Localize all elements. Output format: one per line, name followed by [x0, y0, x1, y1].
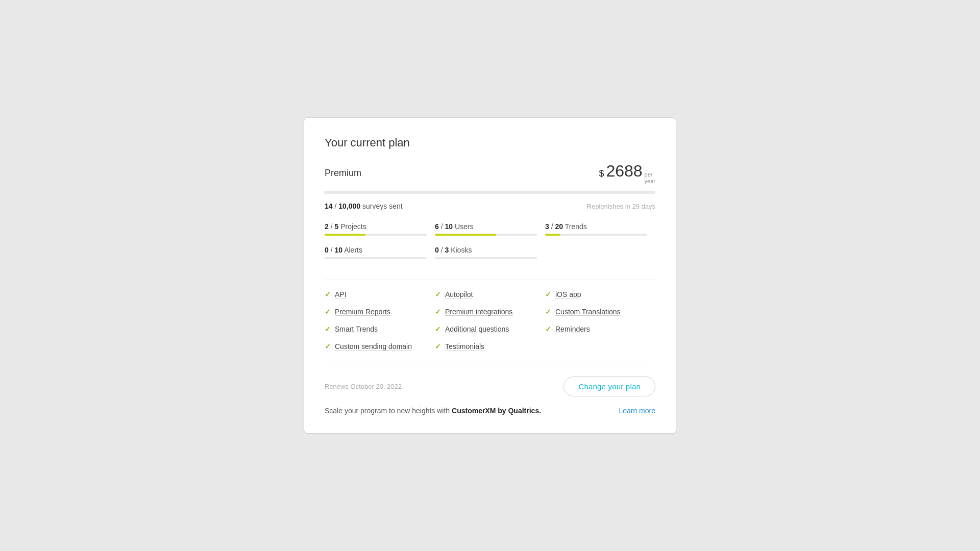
- feature-custom-translations: ✓ Custom Translations: [545, 308, 655, 316]
- feature-reminders: ✓ Reminders: [545, 325, 655, 333]
- price-amount: 2688: [606, 162, 642, 181]
- upsell-row: Scale your program to new heights with C…: [325, 407, 655, 415]
- feature-label-premium-integrations[interactable]: Premium integrations: [445, 308, 512, 316]
- surveys-label: surveys sent: [362, 202, 403, 210]
- check-icon: ✓: [435, 308, 441, 316]
- plan-name: Premium: [325, 168, 361, 179]
- check-icon: ✓: [435, 325, 441, 333]
- surveys-text: 14 / 10,000 surveys sent: [325, 202, 403, 210]
- check-icon: ✓: [325, 308, 331, 316]
- feature-label-ios-app[interactable]: iOS app: [555, 290, 581, 298]
- price-symbol: $: [599, 168, 604, 179]
- feature-label-smart-trends[interactable]: Smart Trends: [335, 325, 378, 333]
- stat-empty: [545, 246, 655, 269]
- plan-card: Your current plan Premium $ 2688 peryear…: [304, 117, 676, 434]
- check-icon: ✓: [325, 290, 331, 298]
- stat-alerts: 0 / 10 Alerts: [325, 246, 435, 259]
- feature-col-2: ✓ Autopilot ✓ Premium integrations ✓ Add…: [435, 290, 545, 350]
- surveys-max: 10,000: [338, 202, 360, 210]
- plan-price: $ 2688 peryear: [599, 162, 655, 185]
- features-grid: ✓ API ✓ Premium Reports ✓ Smart Trends ✓…: [325, 290, 655, 361]
- feature-col-3: ✓ iOS app ✓ Custom Translations ✓ Remind…: [545, 290, 655, 350]
- check-icon: ✓: [545, 325, 551, 333]
- footer-row: Renews October 20, 2022 Change your plan: [325, 377, 655, 396]
- feature-ios-app: ✓ iOS app: [545, 290, 655, 298]
- stat-trends: 3 / 20 Trends: [545, 222, 655, 236]
- surveys-row: 14 / 10,000 surveys sent Replenishes in …: [325, 202, 655, 210]
- check-icon: ✓: [325, 342, 331, 350]
- stat-kiosks: 0 / 3 Kiosks: [435, 246, 545, 259]
- feature-api: ✓ API: [325, 290, 435, 298]
- feature-label-additional-questions[interactable]: Additional questions: [445, 325, 509, 333]
- check-icon: ✓: [545, 290, 551, 298]
- renews-text: Renews October 20, 2022: [325, 383, 402, 390]
- stat-projects: 2 / 5 Projects: [325, 222, 435, 236]
- feature-premium-reports: ✓ Premium Reports: [325, 308, 435, 316]
- replenish-text: Replenishes in 29 days: [587, 203, 655, 210]
- plan-header: Premium $ 2688 peryear: [325, 162, 655, 185]
- check-icon: ✓: [435, 342, 441, 350]
- feature-premium-integrations: ✓ Premium integrations: [435, 308, 545, 316]
- page-title: Your current plan: [325, 136, 655, 149]
- price-period: peryear: [645, 171, 655, 185]
- feature-smart-trends: ✓ Smart Trends: [325, 325, 435, 333]
- surveys-progress-bar-container: [325, 191, 655, 194]
- feature-custom-sending-domain: ✓ Custom sending domain: [325, 342, 435, 350]
- check-icon: ✓: [435, 290, 441, 298]
- feature-col-1: ✓ API ✓ Premium Reports ✓ Smart Trends ✓…: [325, 290, 435, 350]
- stat-users: 6 / 10 Users: [435, 222, 545, 236]
- feature-autopilot: ✓ Autopilot: [435, 290, 545, 298]
- surveys-current: 14: [325, 202, 333, 210]
- feature-label-api[interactable]: API: [335, 290, 347, 298]
- feature-label-autopilot[interactable]: Autopilot: [445, 290, 473, 298]
- upsell-text: Scale your program to new heights with C…: [325, 407, 541, 415]
- check-icon: ✓: [545, 308, 551, 316]
- feature-label-custom-translations[interactable]: Custom Translations: [555, 308, 621, 316]
- change-plan-button[interactable]: Change your plan: [564, 377, 655, 396]
- feature-label-testimonials[interactable]: Testimonials: [445, 342, 484, 350]
- feature-label-premium-reports[interactable]: Premium Reports: [335, 308, 390, 316]
- feature-testimonials: ✓ Testimonials: [435, 342, 545, 350]
- learn-more-link[interactable]: Learn more: [619, 407, 655, 415]
- check-icon: ✓: [325, 325, 331, 333]
- feature-label-custom-sending-domain[interactable]: Custom sending domain: [335, 342, 412, 350]
- feature-additional-questions: ✓ Additional questions: [435, 325, 545, 333]
- feature-label-reminders[interactable]: Reminders: [555, 325, 590, 333]
- surveys-progress-bar-fill: [325, 191, 325, 194]
- stats-grid: 2 / 5 Projects 6 / 10 Users 3: [325, 222, 655, 280]
